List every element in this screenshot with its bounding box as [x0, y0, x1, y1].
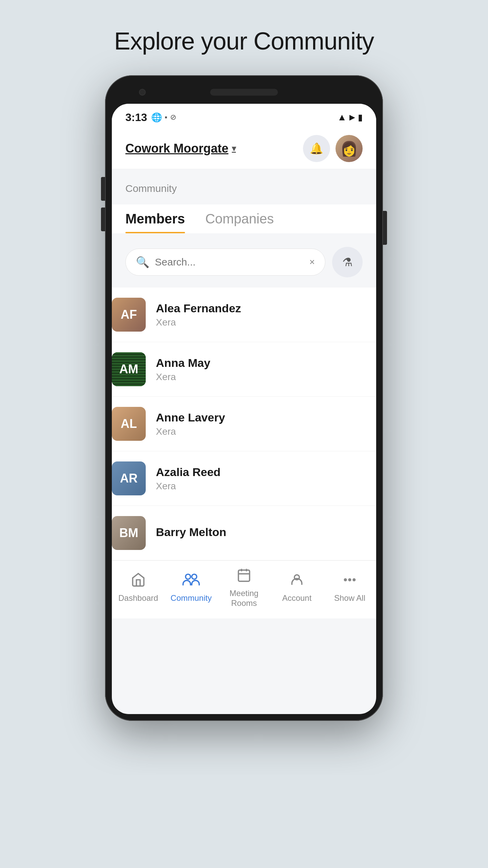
phone-camera	[139, 89, 146, 96]
tab-members-label: Members	[125, 211, 185, 226]
signal-icon: ▶	[349, 113, 355, 122]
nav-meeting-rooms-label: Meeting Rooms	[229, 589, 258, 608]
status-left-icons: 🌐 ▪ ⊘	[151, 112, 176, 123]
member-info: Anna May Xera	[156, 356, 376, 382]
member-item[interactable]: AR Azalia Reed Xera	[112, 451, 376, 506]
status-bar: 3:13 🌐 ▪ ⊘ ▲ ▶ ▮	[112, 104, 376, 128]
section-label: Community	[125, 183, 363, 194]
people-icon	[182, 572, 200, 591]
search-clear-icon[interactable]: ×	[309, 257, 315, 268]
status-right-icons: ▲ ▶ ▮	[337, 112, 363, 123]
member-avatar: AR	[112, 461, 146, 495]
member-info: Azalia Reed Xera	[156, 466, 376, 492]
phone-screen: 3:13 🌐 ▪ ⊘ ▲ ▶ ▮ Cowork Moorgate ▾	[112, 104, 376, 714]
svg-point-9	[353, 579, 355, 581]
member-avatar: BM	[112, 516, 146, 550]
phone-side-button-right	[383, 211, 387, 245]
search-icon: 🔍	[136, 256, 149, 269]
user-avatar-button[interactable]: 👩	[336, 135, 363, 162]
calendar-icon	[237, 568, 251, 586]
page-title: Explore your Community	[114, 27, 374, 55]
nav-account-label: Account	[282, 593, 312, 603]
app-header: Cowork Moorgate ▾ 🔔 👩	[112, 128, 376, 169]
globe-icon: 🌐	[151, 112, 162, 123]
member-item[interactable]: AF Alea Fernandez Xera	[112, 288, 376, 342]
nav-item-community[interactable]: Community	[165, 572, 218, 603]
member-name: Anna May	[156, 356, 376, 370]
header-actions: 🔔 👩	[303, 135, 363, 162]
workspace-name-text: Cowork Moorgate	[125, 141, 228, 156]
svg-point-8	[349, 579, 351, 581]
member-avatar: AF	[112, 298, 146, 332]
tab-companies[interactable]: Companies	[205, 204, 274, 233]
sd-card-icon: ▪	[165, 113, 167, 122]
user-avatar: 👩	[336, 135, 363, 162]
workspace-selector[interactable]: Cowork Moorgate ▾	[125, 141, 236, 156]
member-company: Xera	[156, 317, 376, 328]
member-item[interactable]: AL Anne Lavery Xera	[112, 397, 376, 451]
nav-item-show-all[interactable]: Show All	[323, 572, 376, 603]
bell-icon: 🔔	[310, 142, 323, 155]
search-input[interactable]	[155, 256, 304, 268]
member-avatar-image: AF	[112, 298, 146, 332]
member-avatar: AL	[112, 407, 146, 441]
member-company: Xera	[156, 426, 376, 437]
battery-icon: ▮	[358, 112, 363, 123]
more-icon	[342, 572, 357, 591]
phone-speaker	[210, 89, 278, 96]
chevron-down-icon: ▾	[232, 144, 236, 153]
notification-button[interactable]: 🔔	[303, 135, 330, 162]
tabs-container: Members Companies	[112, 204, 376, 233]
member-avatar-image: AM	[112, 352, 146, 386]
member-name: Alea Fernandez	[156, 302, 376, 315]
member-avatar: AM	[112, 352, 146, 386]
svg-point-7	[344, 579, 346, 581]
nav-community-label: Community	[170, 593, 211, 603]
svg-rect-2	[239, 570, 250, 581]
phone-mockup: 3:13 🌐 ▪ ⊘ ▲ ▶ ▮ Cowork Moorgate ▾	[105, 75, 383, 721]
tab-members[interactable]: Members	[125, 204, 185, 233]
member-name: Anne Lavery	[156, 411, 376, 424]
person-icon	[289, 572, 304, 591]
member-name: Barry Melton	[156, 526, 376, 539]
member-info: Anne Lavery Xera	[156, 411, 376, 437]
members-list: AF Alea Fernandez Xera AM Anna May Xera	[112, 288, 376, 560]
nav-show-all-label: Show All	[334, 593, 365, 603]
member-info: Barry Melton	[156, 526, 376, 541]
wifi-icon: ▲	[337, 112, 347, 123]
phone-volume-down	[101, 208, 105, 231]
member-company: Xera	[156, 481, 376, 492]
member-avatar-image: AR	[112, 461, 146, 495]
nav-dashboard-label: Dashboard	[118, 593, 158, 603]
member-name: Azalia Reed	[156, 466, 376, 479]
filter-button[interactable]: ⚗	[332, 247, 363, 277]
member-item[interactable]: BM Barry Melton	[112, 506, 376, 560]
member-company: Xera	[156, 372, 376, 382]
member-avatar-image: BM	[112, 516, 146, 550]
phone-volume-up	[101, 177, 105, 201]
status-time: 3:13	[125, 111, 147, 124]
member-avatar-image: AL	[112, 407, 146, 441]
member-info: Alea Fernandez Xera	[156, 302, 376, 328]
home-icon	[131, 572, 146, 591]
phone-top-bar	[112, 82, 376, 102]
svg-point-1	[192, 574, 197, 579]
tab-companies-label: Companies	[205, 211, 274, 226]
filter-icon: ⚗	[342, 255, 352, 269]
nav-item-meeting-rooms[interactable]: Meeting Rooms	[218, 568, 270, 608]
bottom-nav: Dashboard Community	[112, 560, 376, 618]
svg-point-0	[186, 574, 191, 579]
block-icon: ⊘	[170, 113, 176, 122]
nav-item-account[interactable]: Account	[270, 572, 323, 603]
nav-item-dashboard[interactable]: Dashboard	[112, 572, 165, 603]
search-bar: 🔍 ×	[125, 249, 325, 276]
content-area: Community Members Companies 🔍 × ⚗	[112, 169, 376, 277]
search-row: 🔍 × ⚗	[125, 247, 363, 277]
member-item[interactable]: AM Anna May Xera	[112, 342, 376, 397]
